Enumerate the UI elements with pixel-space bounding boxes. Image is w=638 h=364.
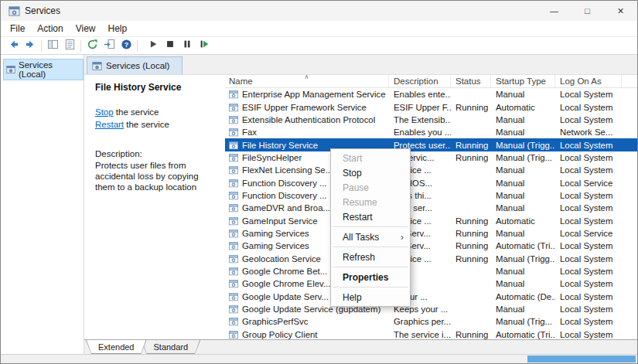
- column-header-filler: [622, 75, 637, 87]
- service-row[interactable]: Extensible Authentication Protocol The E…: [225, 114, 637, 126]
- services-list: Name∧DescriptionStatusStartup TypeLog On…: [225, 75, 637, 339]
- view-tab-extended[interactable]: Extended: [86, 340, 146, 354]
- service-row[interactable]: Gaming Services ng Serv... Running Autom…: [225, 240, 637, 252]
- service-row[interactable]: File History Service Protects user... Ru…: [225, 138, 637, 151]
- service-gear-icon: [229, 191, 238, 200]
- service-gear-icon: [229, 330, 238, 339]
- maximize-button[interactable]: □: [571, 1, 604, 21]
- service-status: [451, 277, 491, 290]
- column-header-startup-type[interactable]: Startup Type: [491, 75, 555, 87]
- stop-service-link[interactable]: Stop: [95, 107, 114, 117]
- column-header-log-on-as[interactable]: Log On As: [555, 75, 622, 87]
- minimize-button[interactable]: —: [537, 1, 571, 21]
- restart-service-suffix: the service: [124, 120, 169, 129]
- service-row[interactable]: Google Chrome Elev... Manual Local Syste…: [225, 277, 637, 290]
- refresh-button[interactable]: [84, 38, 101, 53]
- service-row[interactable]: GraphicsPerfSvc Graphics per... Manual (…: [225, 315, 637, 328]
- service-gear-icon: [229, 153, 238, 162]
- horizontal-scrollbar-track[interactable]: [1, 354, 637, 363]
- properties-icon: [64, 39, 76, 53]
- column-header-name[interactable]: Name∧: [225, 75, 389, 87]
- menubar-item-action[interactable]: Action: [31, 23, 69, 34]
- service-status: [451, 176, 491, 189]
- service-status: [451, 114, 491, 126]
- service-log-on-as: Local System: [555, 277, 622, 290]
- service-startup-type: Manual: [491, 126, 555, 138]
- service-row[interactable]: GameInput Service service ... Running Au…: [225, 214, 637, 226]
- back-button[interactable]: [5, 38, 22, 53]
- column-header-description[interactable]: Description: [389, 75, 451, 87]
- restart-service-link[interactable]: Restart: [95, 120, 124, 129]
- service-row[interactable]: Function Discovery ... DPHOS... Manual L…: [225, 176, 637, 189]
- stop-service-button[interactable]: [162, 38, 179, 53]
- service-row[interactable]: FileSyncHelper er servic... Running Manu…: [225, 151, 637, 164]
- result-pane-tab[interactable]: Services (Local): [87, 56, 183, 74]
- context-menu-item-all-tasks[interactable]: All Tasks›: [331, 230, 410, 244]
- row-filler: [622, 328, 637, 339]
- properties-toolbar-button[interactable]: [61, 38, 78, 53]
- menubar-item-view[interactable]: View: [70, 23, 102, 34]
- menubar-item-file[interactable]: File: [4, 23, 31, 34]
- result-pane-header: Services (Local): [84, 55, 637, 75]
- context-menu-item-help[interactable]: Help: [331, 290, 410, 304]
- service-status: Running: [451, 138, 491, 151]
- toolbar: ?: [1, 37, 637, 55]
- minimize-icon: —: [550, 6, 558, 15]
- forward-button[interactable]: [22, 38, 39, 53]
- export-list-button[interactable]: [101, 38, 118, 53]
- service-startup-type: Manual: [491, 303, 555, 315]
- service-log-on-as: Local Service: [555, 227, 622, 240]
- context-menu: StartStopPauseResumeRestartAll Tasks›Ref…: [330, 148, 411, 307]
- service-row[interactable]: Google Update Serv... s your ... Automat…: [225, 291, 637, 303]
- services-window: Services — □ × FileActionViewHelp: [0, 0, 638, 364]
- service-row[interactable]: FlexNet Licensing Se... service ... Manu…: [225, 164, 637, 176]
- close-button[interactable]: ×: [604, 1, 637, 21]
- service-row[interactable]: GameDVR and Broa... user ser... Manual L…: [225, 202, 637, 214]
- row-filler: [622, 315, 637, 328]
- row-filler: [622, 176, 637, 189]
- stop-service-suffix: the service: [114, 107, 159, 117]
- tree-item-services-local[interactable]: Services (Local): [3, 59, 84, 80]
- row-filler: [622, 151, 637, 164]
- service-row[interactable]: Gaming Services ng Serv... Running Manua…: [225, 227, 637, 240]
- service-log-on-as: Local Service: [555, 176, 622, 189]
- service-status: [451, 189, 491, 202]
- service-row[interactable]: ESIF Upper Framework Service ESIF Upper …: [225, 100, 637, 113]
- row-filler: [622, 227, 637, 240]
- pause-service-button[interactable]: [179, 38, 196, 53]
- submenu-arrow-icon: ›: [401, 232, 404, 243]
- service-row[interactable]: Enterprise App Management Service Enable…: [225, 88, 637, 100]
- service-name: Extensible Authentication Protocol: [242, 115, 375, 124]
- service-row[interactable]: Google Chrome Bet... Manual Local System: [225, 265, 637, 277]
- start-service-button[interactable]: [145, 38, 162, 53]
- service-row[interactable]: Function Discovery ... shes thi... Manua…: [225, 189, 637, 202]
- row-filler: [622, 277, 637, 290]
- service-row[interactable]: Geolocation Service service ... Running …: [225, 252, 637, 264]
- service-status: Running: [451, 214, 491, 226]
- service-startup-type: Automatic: [491, 214, 555, 226]
- show-console-tree-button[interactable]: [44, 38, 61, 53]
- service-startup-type: Automatic (Tri...: [491, 328, 555, 339]
- service-startup-type: Automatic (De...: [491, 291, 555, 303]
- context-menu-item-restart[interactable]: Restart: [331, 209, 410, 224]
- help-button[interactable]: ?: [118, 38, 135, 53]
- context-menu-item-properties[interactable]: Properties: [331, 270, 410, 284]
- service-row[interactable]: Group Policy Client The service i... Run…: [225, 328, 637, 339]
- service-row[interactable]: Fax Enables you ... Manual Network Se...: [225, 126, 637, 138]
- service-row[interactable]: Google Update Service (gupdatem) Keeps y…: [225, 303, 637, 315]
- service-startup-type: Automatic (Tri...: [491, 240, 555, 252]
- service-startup-type: Manual: [491, 265, 555, 277]
- context-menu-item-refresh[interactable]: Refresh: [331, 250, 410, 264]
- service-name: Google Update Serv...: [242, 292, 329, 301]
- column-header-status[interactable]: Status: [451, 75, 491, 87]
- restart-service-icon: [199, 39, 210, 53]
- restart-service-button[interactable]: [196, 38, 213, 53]
- svg-text:?: ?: [124, 40, 128, 48]
- horizontal-scrollbar-thumb[interactable]: [527, 355, 636, 362]
- service-status: [451, 303, 491, 315]
- context-menu-item-stop[interactable]: Stop: [331, 165, 410, 180]
- service-name: Group Policy Client: [242, 330, 318, 339]
- menubar-item-help[interactable]: Help: [102, 23, 134, 34]
- view-tab-standard[interactable]: Standard: [141, 340, 200, 354]
- service-name: GameDVR and Broa...: [242, 203, 330, 213]
